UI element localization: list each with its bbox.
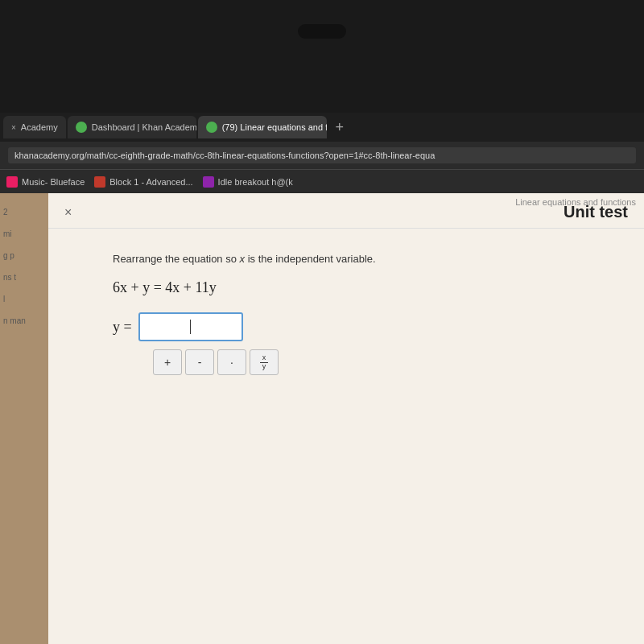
sidebar-hint-1: mi (0, 223, 48, 245)
dot-button[interactable]: · (217, 349, 246, 375)
bookmark-block[interactable]: Block 1 - Advanced... (94, 176, 192, 188)
bookmark-music[interactable]: Music- Blueface (6, 176, 85, 188)
sidebar-question-number: 2 (0, 201, 48, 223)
sidebar-hint-3: ns t (0, 266, 48, 288)
device-top (0, 0, 644, 113)
bookmark-favicon-idle (203, 176, 214, 188)
address-input[interactable] (8, 147, 636, 163)
minus-button[interactable]: - (185, 349, 214, 375)
tab-close-icon[interactable]: × (11, 123, 16, 132)
tab-label: Dashboard | Khan Academy (92, 122, 196, 132)
browser-chrome: × Academy Dashboard | Khan Academy × (79… (0, 113, 644, 193)
problem-instruction: Rearrange the equation so x is the indep… (113, 253, 612, 265)
fraction-denominator: y (260, 363, 269, 371)
answer-row: y = (113, 312, 612, 341)
tab-favicon-linear (206, 122, 217, 133)
tab-academy[interactable]: × Academy (3, 116, 66, 138)
problem-area: Rearrange the equation so x is the indep… (48, 229, 644, 644)
sidebar-hint-4: l (0, 288, 48, 310)
new-tab-button[interactable]: + (328, 116, 351, 138)
plus-button[interactable]: + (153, 349, 182, 375)
sidebar-hint-2: g p (0, 245, 48, 266)
cursor-blink (190, 320, 191, 334)
fraction-button[interactable]: x y (250, 349, 279, 375)
bookmark-favicon-music (6, 176, 18, 188)
tab-dashboard[interactable]: Dashboard | Khan Academy × (68, 116, 196, 138)
tab-linear-equations[interactable]: (79) Linear equations and func × (198, 116, 327, 138)
answer-input-box[interactable] (138, 312, 243, 341)
bookmark-label-block: Block 1 - Advanced... (109, 177, 192, 187)
bookmark-idle[interactable]: Idle breakout h@(k (203, 176, 293, 188)
tab-favicon-dashboard (76, 122, 87, 133)
tab-bar: × Academy Dashboard | Khan Academy × (79… (0, 113, 644, 142)
camera-notch (298, 24, 346, 39)
section-label: Linear equations and functions (515, 197, 636, 207)
tab-label: Academy (21, 122, 58, 132)
tab-label: (79) Linear equations and func (222, 122, 327, 132)
close-button[interactable]: × (64, 205, 72, 220)
main-panel: Linear equations and functions × Unit te… (48, 193, 644, 644)
sidebar-hint-5: n man (0, 310, 48, 332)
answer-label: y = (113, 319, 132, 336)
address-bar (0, 142, 644, 169)
bookmark-favicon-block (94, 176, 105, 188)
page-content: 2 mi g p ns t l n man Linear equations a… (0, 193, 644, 644)
math-buttons: + - · x y (153, 349, 612, 375)
fraction-numerator: x (260, 354, 269, 363)
equation-display: 6x + y = 4x + 11y (113, 279, 612, 296)
bookmark-label-idle: Idle breakout h@(k (218, 177, 293, 187)
bookmark-label-music: Music- Blueface (22, 177, 85, 187)
instruction-variable: x (240, 253, 246, 265)
bookmarks-bar: Music- Blueface Block 1 - Advanced... Id… (0, 169, 644, 193)
left-sidebar: 2 mi g p ns t l n man (0, 193, 48, 644)
